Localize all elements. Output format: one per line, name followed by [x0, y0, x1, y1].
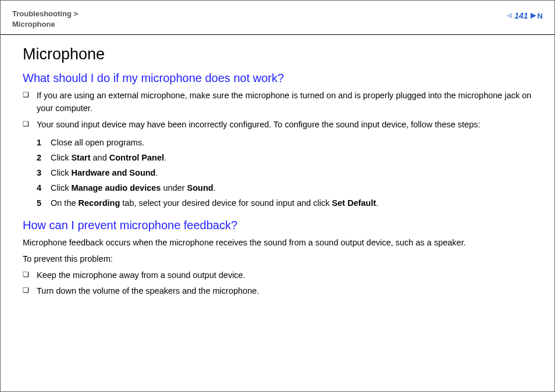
section-heading-1: What should I do if my microphone does n… — [23, 72, 532, 85]
list-item: Your sound input device may have been in… — [23, 119, 532, 131]
page-header: Troubleshooting > Microphone 141 N — [1, 1, 554, 35]
body-text: To prevent this problem: — [23, 253, 532, 266]
step-item: 1Close all open programs. — [37, 135, 532, 150]
page-title: Microphone — [23, 45, 532, 63]
list-item: If you are using an external microphone,… — [23, 90, 532, 115]
step-item: 3Click Hardware and Sound. — [37, 165, 532, 180]
bullet-list-2: Keep the microphone away from a sound ou… — [23, 269, 532, 298]
step-item: 5On the Recording tab, select your desir… — [37, 195, 532, 211]
page-content: Microphone What should I do if my microp… — [1, 35, 554, 298]
breadcrumb-parent[interactable]: Troubleshooting — [12, 9, 72, 18]
next-page-icon[interactable] — [531, 13, 536, 19]
step-item: 4Click Manage audio devices under Sound. — [37, 180, 532, 195]
list-item: Turn down the volume of the speakers and… — [23, 285, 532, 298]
step-item: 2Click Start and Control Panel. — [37, 150, 532, 165]
bullet-list-1: If you are using an external microphone,… — [23, 90, 532, 131]
body-text: Microphone feedback occurs when the micr… — [23, 237, 532, 250]
page-nav: 141 N — [506, 11, 543, 20]
section-heading-2: How can I prevent microphone feedback? — [23, 219, 532, 232]
steps-list: 1Close all open programs. 2Click Start a… — [37, 135, 532, 211]
prev-page-icon[interactable] — [506, 13, 512, 19]
breadcrumb-current: Microphone — [12, 20, 55, 28]
breadcrumb: Troubleshooting > Microphone — [12, 9, 78, 30]
page-number: 141 — [514, 11, 528, 20]
list-item: Keep the microphone away from a sound ou… — [23, 269, 532, 282]
nav-letter[interactable]: N — [538, 12, 543, 20]
